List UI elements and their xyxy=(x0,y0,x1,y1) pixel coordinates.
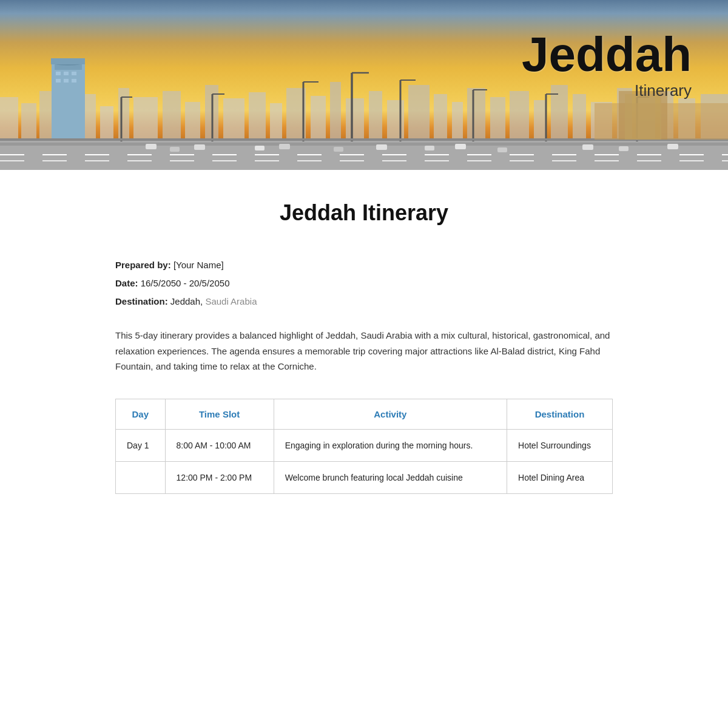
description-text: This 5-day itinerary provides a balanced… xyxy=(115,328,613,374)
svg-rect-1 xyxy=(0,143,728,146)
table-body: Day 1 8:00 AM - 10:00 AM Engaging in exp… xyxy=(116,429,613,493)
hero-subtitle: Itinerary xyxy=(522,81,692,100)
row1-time: 8:00 AM - 10:00 AM xyxy=(165,429,274,461)
hero-title-block: Jeddah Itinerary xyxy=(522,30,692,100)
svg-rect-21 xyxy=(346,98,364,140)
svg-rect-5 xyxy=(21,103,36,140)
page-title: Jeddah Itinerary xyxy=(115,200,613,226)
svg-rect-67 xyxy=(194,144,205,150)
svg-rect-10 xyxy=(118,88,129,140)
destination-country: Saudi Arabia xyxy=(205,296,257,306)
svg-rect-28 xyxy=(490,97,505,140)
svg-rect-44 xyxy=(56,79,61,83)
svg-rect-65 xyxy=(146,144,157,149)
svg-rect-27 xyxy=(467,88,485,140)
svg-rect-77 xyxy=(667,144,678,149)
svg-rect-69 xyxy=(279,144,290,149)
table-row: 12:00 PM - 2:00 PM Welcome brunch featur… xyxy=(116,461,613,493)
svg-rect-13 xyxy=(185,102,200,140)
prepared-by-value: [Your Name] xyxy=(174,260,224,270)
hero-banner: Jeddah Itinerary xyxy=(0,0,728,170)
col-header-day: Day xyxy=(116,399,166,429)
svg-rect-20 xyxy=(330,82,341,140)
date-value: 16/5/2050 - 20/5/2050 xyxy=(141,278,230,288)
svg-rect-41 xyxy=(56,72,61,75)
date-label: Date: xyxy=(115,278,138,288)
row1-destination: Hotel Surroundings xyxy=(507,429,613,461)
svg-rect-22 xyxy=(369,91,382,140)
svg-rect-6 xyxy=(39,91,52,140)
col-header-destination: Destination xyxy=(507,399,613,429)
row1-activity: Engaging in exploration during the morni… xyxy=(274,429,507,461)
date-line: Date: 16/5/2050 - 20/5/2050 xyxy=(115,274,613,292)
destination-line: Destination: Jeddah, Saudi Arabia xyxy=(115,292,613,311)
svg-rect-72 xyxy=(425,146,434,150)
prepared-by-line: Prepared by: [Your Name] xyxy=(115,256,613,274)
svg-rect-26 xyxy=(452,102,463,140)
row2-activity: Welcome brunch featuring local Jeddah cu… xyxy=(274,461,507,493)
svg-rect-48 xyxy=(51,58,85,64)
svg-rect-25 xyxy=(434,94,447,140)
svg-rect-42 xyxy=(64,72,69,75)
svg-rect-32 xyxy=(573,94,586,140)
col-header-time: Time Slot xyxy=(165,399,274,429)
row2-time: 12:00 PM - 2:00 PM xyxy=(165,461,274,493)
svg-rect-9 xyxy=(100,106,113,140)
col-header-activity: Activity xyxy=(274,399,507,429)
svg-rect-71 xyxy=(376,144,387,150)
table-header: Day Time Slot Activity Destination xyxy=(116,399,613,429)
svg-rect-17 xyxy=(270,103,282,140)
svg-rect-16 xyxy=(249,92,266,140)
svg-rect-15 xyxy=(223,98,244,140)
svg-rect-11 xyxy=(133,97,158,140)
svg-rect-76 xyxy=(619,146,629,151)
destination-label: Destination: xyxy=(115,296,168,306)
itinerary-table: Day Time Slot Activity Destination Day 1… xyxy=(115,399,613,494)
svg-rect-75 xyxy=(582,144,593,150)
main-content: Jeddah Itinerary Prepared by: [Your Name… xyxy=(91,170,637,530)
hero-city-name: Jeddah xyxy=(522,30,692,79)
svg-rect-12 xyxy=(163,91,181,140)
meta-info-block: Prepared by: [Your Name] Date: 16/5/2050… xyxy=(115,256,613,311)
row2-destination: Hotel Dining Area xyxy=(507,461,613,493)
svg-rect-45 xyxy=(64,79,69,83)
svg-rect-70 xyxy=(334,147,343,152)
row2-day xyxy=(116,461,166,493)
prepared-by-label: Prepared by: xyxy=(115,260,171,270)
svg-rect-4 xyxy=(0,97,18,140)
svg-rect-43 xyxy=(72,72,76,75)
svg-rect-66 xyxy=(170,147,180,152)
table-header-row: Day Time Slot Activity Destination xyxy=(116,399,613,429)
svg-rect-23 xyxy=(387,100,404,140)
svg-rect-46 xyxy=(72,79,76,83)
svg-rect-74 xyxy=(497,147,507,152)
svg-rect-73 xyxy=(455,144,466,149)
table-row: Day 1 8:00 AM - 10:00 AM Engaging in exp… xyxy=(116,429,613,461)
destination-city: Jeddah, xyxy=(170,296,203,306)
svg-rect-68 xyxy=(255,146,265,150)
svg-rect-30 xyxy=(534,100,546,140)
svg-rect-24 xyxy=(408,85,430,140)
row1-day: Day 1 xyxy=(116,429,166,461)
svg-rect-19 xyxy=(311,96,326,140)
svg-rect-81 xyxy=(625,94,661,140)
